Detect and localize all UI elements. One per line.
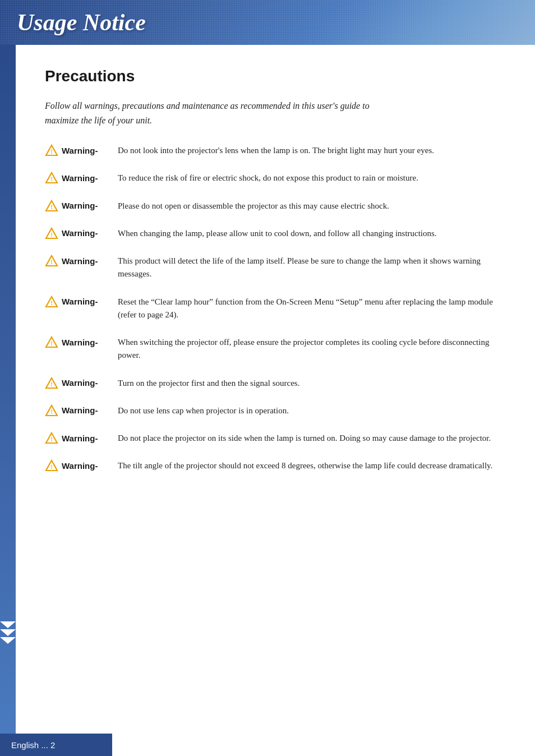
warning-triangle-icon: !: [45, 296, 58, 308]
warning-text: Do not use lens cap when projector is in…: [118, 404, 501, 417]
chevron-icon-1: [0, 621, 16, 628]
svg-text:!: !: [50, 259, 53, 265]
page-heading: Precautions: [45, 67, 501, 85]
warning-text: The tilt angle of the projector should n…: [118, 459, 501, 472]
svg-text:!: !: [50, 231, 53, 238]
warning-icon-label: !Warning-: [45, 404, 118, 417]
warning-label: Warning-: [62, 434, 98, 443]
warning-triangle-icon: !: [45, 144, 58, 156]
footer-language: English: [11, 740, 39, 750]
warning-triangle-icon: !: [45, 404, 58, 417]
warning-icon-label: !Warning-: [45, 144, 118, 156]
warning-item: !Warning-Do not place the projector on i…: [45, 432, 501, 448]
warning-text: This product will detect the life of the…: [118, 255, 501, 281]
main-content: Precautions Follow all warnings, precaut…: [45, 45, 501, 521]
warning-triangle-icon: !: [45, 172, 58, 184]
warning-triangle-icon: !: [45, 200, 58, 212]
page-footer: English ... 2: [0, 734, 112, 756]
svg-text:!: !: [50, 176, 53, 182]
warning-text: Do not place the projector on its side w…: [118, 432, 501, 445]
chevron-icon-2: [0, 629, 16, 636]
warning-icon-label: !Warning-: [45, 200, 118, 212]
warning-icon-label: !Warning-: [45, 377, 118, 389]
warning-label: Warning-: [62, 378, 98, 388]
chevron-icon-3: [0, 637, 16, 644]
header-title: Usage Notice: [17, 9, 146, 36]
warning-icon-label: !Warning-: [45, 296, 118, 308]
warning-item: !Warning-When changing the lamp, please …: [45, 227, 501, 243]
footer-separator: ...: [41, 740, 48, 750]
warning-item: !Warning-Do not look into the projector'…: [45, 144, 501, 160]
intro-text: Follow all warnings, precautions and mai…: [45, 99, 393, 127]
warning-icon-label: !Warning-: [45, 459, 118, 472]
warning-item: !Warning-The tilt angle of the projector…: [45, 459, 501, 476]
warning-triangle-icon: !: [45, 227, 58, 239]
svg-text:!: !: [50, 463, 53, 470]
svg-text:!: !: [50, 148, 53, 155]
chevrons: [0, 621, 16, 644]
svg-text:!: !: [50, 340, 53, 347]
warning-text: When switching the projector off, please…: [118, 336, 501, 362]
warning-triangle-icon: !: [45, 432, 58, 444]
warning-triangle-icon: !: [45, 459, 58, 472]
warning-label: Warning-: [62, 461, 98, 471]
svg-text:!: !: [50, 204, 53, 210]
warning-label: Warning-: [62, 146, 98, 155]
warning-label: Warning-: [62, 256, 98, 266]
warning-text: To reduce the risk of fire or electric s…: [118, 172, 501, 185]
warning-text: Turn on the projector first and then the…: [118, 377, 501, 390]
warning-triangle-icon: !: [45, 377, 58, 389]
warning-text: Do not look into the projector's lens wh…: [118, 144, 501, 157]
warning-icon-label: !Warning-: [45, 336, 118, 348]
svg-text:!: !: [50, 436, 53, 442]
warning-item: !Warning-Please do not open or disassemb…: [45, 200, 501, 216]
warning-item: !Warning-When switching the projector of…: [45, 336, 501, 366]
warning-item: !Warning-To reduce the risk of fire or e…: [45, 172, 501, 188]
warning-label: Warning-: [62, 228, 98, 238]
warning-label: Warning-: [62, 405, 98, 415]
footer-text: English ... 2: [11, 740, 55, 750]
warning-icon-label: !Warning-: [45, 227, 118, 239]
warning-item: !Warning-Reset the “Clear lamp hour” fun…: [45, 296, 501, 325]
warning-label: Warning-: [62, 297, 98, 306]
warning-icon-label: !Warning-: [45, 432, 118, 444]
warning-label: Warning-: [62, 173, 98, 183]
warning-label: Warning-: [62, 201, 98, 210]
warning-text: When changing the lamp, please allow uni…: [118, 227, 501, 240]
warning-text: Reset the “Clear lamp hour” function fro…: [118, 296, 501, 322]
warning-item: !Warning-Do not use lens cap when projec…: [45, 404, 501, 421]
svg-text:!: !: [50, 299, 53, 306]
warning-item: !Warning-This product will detect the li…: [45, 255, 501, 284]
warning-label: Warning-: [62, 338, 98, 347]
svg-text:!: !: [50, 381, 53, 388]
svg-text:!: !: [50, 408, 53, 415]
footer-page-number: 2: [50, 740, 55, 750]
warning-item: !Warning-Turn on the projector first and…: [45, 377, 501, 393]
warning-text: Please do not open or disassemble the pr…: [118, 200, 501, 213]
warning-triangle-icon: !: [45, 255, 58, 267]
page-header: Usage Notice: [0, 0, 535, 45]
warnings-list: !Warning-Do not look into the projector'…: [45, 144, 501, 476]
warning-triangle-icon: !: [45, 336, 58, 348]
warning-icon-label: !Warning-: [45, 255, 118, 267]
warning-icon-label: !Warning-: [45, 172, 118, 184]
